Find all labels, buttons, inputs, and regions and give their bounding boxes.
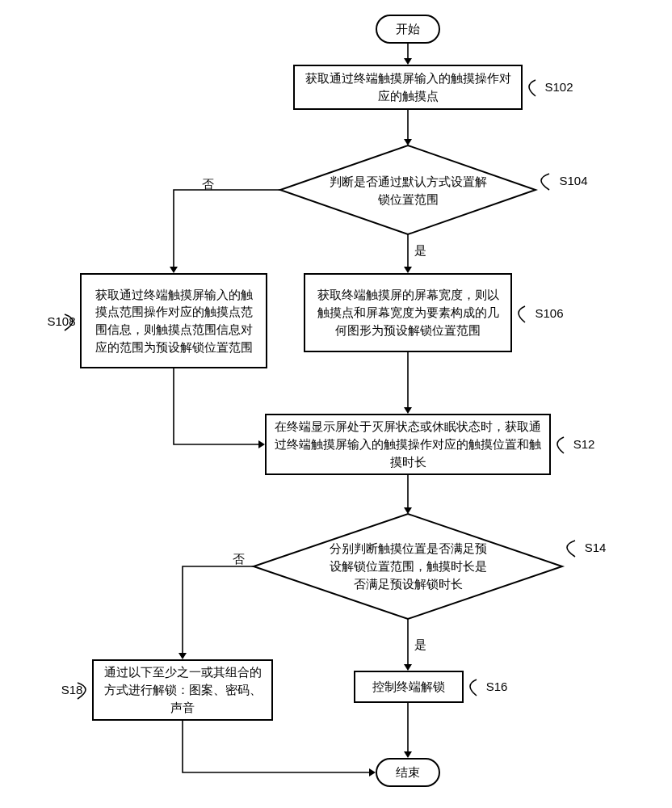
terminal-start-label: 开始 <box>396 20 420 38</box>
connector-s18-curve <box>76 679 95 703</box>
arrow-start-s102 <box>402 44 414 66</box>
process-s108-text: 获取通过终端触摸屏输入的触摸点范围操作对应的触摸点范围信息，则触摸点范围信息对应… <box>90 286 258 356</box>
connector-s108-curve <box>63 310 82 335</box>
process-s106: 获取终端触摸屏的屏幕宽度，则以触摸点和屏幕宽度为要素构成的几何图形为预设解锁位置… <box>304 273 512 352</box>
svg-marker-5 <box>404 139 412 145</box>
edge-s14-yes: 是 <box>414 637 426 653</box>
arrow-s106-s12 <box>402 352 414 415</box>
svg-marker-11 <box>258 440 265 448</box>
decision-s104-text: 判断是否通过默认方式设置解锁位置范围 <box>327 173 489 208</box>
arrow-s102-s104 <box>402 110 414 147</box>
arrow-s14-s18 <box>177 561 261 663</box>
label-s104: S104 <box>549 173 598 189</box>
svg-marker-13 <box>404 507 412 514</box>
decision-s14-text: 分别判断触摸位置是否满足预设解锁位置范围，触摸时长是否满足预设解锁时长 <box>327 540 489 592</box>
process-s102-text: 获取通过终端触摸屏输入的触摸操作对应的触摸点 <box>303 69 513 105</box>
svg-marker-7 <box>404 267 412 273</box>
terminal-start: 开始 <box>376 15 440 44</box>
process-s102: 获取通过终端触摸屏输入的触摸操作对应的触摸点 <box>293 65 523 110</box>
process-s108: 获取通过终端触摸屏输入的触摸点范围操作对应的触摸点范围信息，则触摸点范围信息对应… <box>80 273 267 368</box>
label-s106: S106 <box>525 305 573 322</box>
process-s18: 通过以下至少之一或其组合的方式进行解锁：图案、密码、声音 <box>92 659 273 721</box>
arrow-s104-s106 <box>402 234 414 275</box>
arrow-s18-end <box>177 721 380 779</box>
edge-s104-yes: 是 <box>414 242 426 259</box>
terminal-end: 结束 <box>376 758 440 787</box>
label-s14: S14 <box>575 540 615 556</box>
label-s102: S102 <box>535 79 583 95</box>
svg-marker-16 <box>178 653 187 659</box>
arrow-s104-s108 <box>168 184 286 276</box>
svg-marker-18 <box>404 751 412 758</box>
process-s12-text: 在终端显示屏处于灭屏状态或休眠状态时，获取通过终端触摸屏输入的触摸操作对应的触摸… <box>275 418 541 470</box>
arrow-s14-s16 <box>402 619 414 672</box>
svg-marker-15 <box>404 664 412 671</box>
svg-marker-10 <box>404 407 412 414</box>
svg-marker-8 <box>170 267 178 273</box>
process-s16-text: 控制终端解锁 <box>372 678 445 696</box>
connector-s16-curve <box>462 675 480 700</box>
svg-marker-19 <box>369 768 376 776</box>
connector-s12-curve <box>549 433 567 457</box>
connector-s106-curve <box>510 302 528 326</box>
terminal-end-label: 结束 <box>396 764 420 781</box>
label-s12: S12 <box>564 436 604 452</box>
label-s16: S16 <box>477 679 517 695</box>
connector-s104-curve <box>531 170 552 194</box>
arrow-s108-s12 <box>168 368 270 451</box>
connector-s102-curve <box>521 76 539 100</box>
arrow-s16-end <box>402 703 414 760</box>
svg-marker-3 <box>404 58 412 65</box>
process-s18-text: 通过以下至少之一或其组合的方式进行解锁：图案、密码、声音 <box>102 663 263 716</box>
process-s16: 控制终端解锁 <box>354 671 464 703</box>
process-s12: 在终端显示屏处于灭屏状态或休眠状态时，获取通过终端触摸屏输入的触摸操作对应的触摸… <box>265 414 551 475</box>
arrow-s12-s14 <box>402 475 414 516</box>
connector-s14-curve <box>557 537 578 561</box>
process-s106-text: 获取终端触摸屏的屏幕宽度，则以触摸点和屏幕宽度为要素构成的几何图形为预设解锁位置… <box>313 286 502 339</box>
